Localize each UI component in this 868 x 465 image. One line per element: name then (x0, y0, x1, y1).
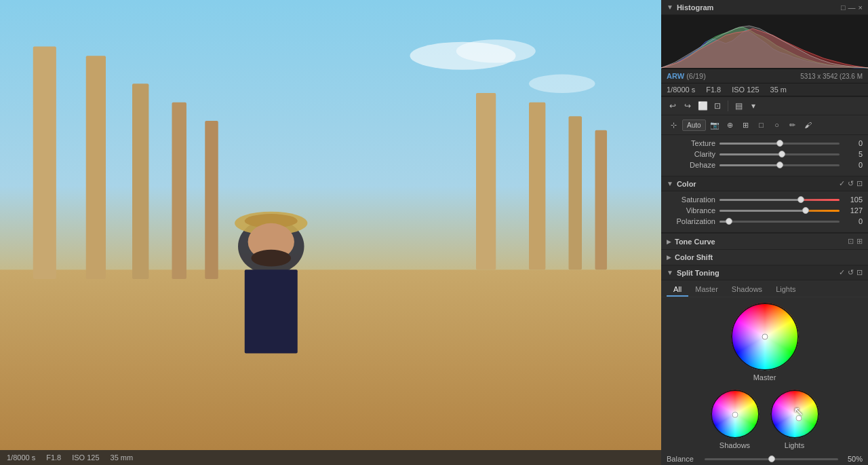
undo-icon[interactable]: ↩ (667, 100, 679, 112)
tone-curve-expand-icon[interactable]: ▶ (667, 238, 671, 245)
dehaze-value: 0 (844, 161, 863, 169)
lights-wheel-label: Lights (785, 441, 804, 449)
tool-circle[interactable]: ○ (770, 118, 784, 132)
color-section: ▼ Color ✓ ↺ ⊡ Saturation 105 Vibrance (661, 176, 868, 234)
color-title: Color (677, 180, 696, 188)
st-reset-icon[interactable]: ↺ (848, 268, 854, 277)
photo-area: 1/8000 s F1.8 ISO 125 35 mm (0, 0, 661, 465)
down-icon[interactable]: ▾ (747, 100, 760, 112)
color-copy-icon[interactable]: ⊡ (856, 179, 863, 188)
crop-icon[interactable]: ⊡ (711, 100, 724, 112)
shadows-color-wheel[interactable] (711, 390, 760, 439)
tab-lights[interactable]: Lights (769, 283, 802, 297)
color-expand-icon[interactable]: ▼ (667, 180, 673, 187)
color-header: ▼ Color ✓ ↺ ⊡ (661, 176, 868, 191)
shadows-wheel-label: Shadows (719, 441, 750, 449)
photo-icon[interactable]: ⬜ (696, 100, 709, 112)
histogram-icon-2[interactable]: — (848, 3, 856, 12)
svg-rect-1 (0, 269, 661, 465)
tone-curve-label: Tone Curve (675, 238, 715, 246)
balance-value: 50% (842, 455, 863, 463)
lights-wheel-item: ↖ Lights (770, 390, 819, 449)
saturation-track[interactable] (719, 199, 840, 201)
tool-pen[interactable]: ✏ (786, 118, 800, 132)
redo-icon[interactable]: ↪ (682, 100, 694, 112)
small-wheels-row: Shadows (661, 384, 868, 452)
toolbar-divider-1 (728, 100, 728, 111)
histogram-header: ▼ Histogram □ — × (661, 0, 868, 15)
histogram-section: ▼ Histogram □ — × (661, 0, 868, 97)
file-info: ARW (6/19) 5313 x 3542 (23.6 M (661, 69, 868, 83)
auto-button[interactable]: Auto (682, 119, 706, 131)
tab-shadows[interactable]: Shadows (725, 283, 769, 297)
tool-brush[interactable]: 🖌 (802, 118, 815, 132)
file-index: (6/19) (686, 72, 706, 80)
tone-curve-icon-1[interactable]: ⊡ (848, 237, 854, 246)
histogram-title: Histogram (677, 3, 713, 12)
lights-color-wheel[interactable]: ↖ (770, 390, 819, 439)
camera-aperture: F1.8 (706, 86, 721, 94)
svg-rect-12 (172, 103, 186, 279)
color-reset-icon[interactable]: ↺ (848, 179, 854, 188)
tool-square[interactable]: □ (755, 118, 768, 132)
vibrance-track[interactable] (719, 210, 840, 212)
clarity-row: Clarity 5 (667, 150, 863, 158)
split-toning-section: ▼ Split Toning ✓ ↺ ⊡ All Master Shadows … (661, 265, 868, 465)
svg-point-27 (732, 412, 738, 417)
tool-camera[interactable]: 📷 (708, 118, 722, 132)
split-toning-expand-icon[interactable]: ▼ (667, 269, 673, 276)
color-shift-label: Color Shift (675, 253, 713, 261)
filter-icon[interactable]: ▤ (732, 100, 745, 112)
balance-label: Balance (667, 455, 701, 463)
master-color-wheel[interactable] (731, 303, 799, 371)
clarity-track[interactable] (719, 153, 840, 155)
tool-cursor[interactable]: ⊹ (667, 118, 680, 132)
saturation-row: Saturation 105 (667, 196, 863, 204)
color-check-icon[interactable]: ✓ (839, 179, 845, 188)
tone-curve-row[interactable]: ▶ Tone Curve ⊡ ⊞ (661, 234, 868, 250)
tab-all[interactable]: All (667, 283, 688, 297)
polarization-track[interactable] (719, 221, 840, 223)
texture-clarity-dehaze: Texture 0 Clarity 5 Dehaze 0 (661, 135, 868, 176)
svg-rect-10 (86, 56, 106, 279)
color-shift-row[interactable]: ▶ Color Shift (661, 250, 868, 265)
tone-curve-icon-2[interactable]: ⊞ (856, 237, 863, 246)
master-wheel-label: Master (753, 373, 776, 382)
vibrance-row: Vibrance 127 (667, 206, 863, 215)
histogram-icon-3[interactable]: × (859, 3, 863, 12)
histogram-expand-icon[interactable]: ▼ (667, 3, 673, 11)
split-toning-tabs: All Master Shadows Lights (661, 280, 868, 297)
st-copy-icon[interactable]: ⊡ (856, 268, 863, 277)
right-panel: ▼ Histogram □ — × (661, 0, 868, 465)
split-toning-title: Split Toning (677, 269, 719, 277)
camera-extra: 35 m (770, 86, 787, 94)
histogram-icons: □ — × (841, 3, 863, 12)
svg-rect-9 (33, 47, 56, 280)
texture-track[interactable] (719, 143, 840, 145)
svg-point-30 (796, 415, 802, 421)
svg-point-4 (529, 75, 595, 93)
color-shift-expand-icon[interactable]: ▶ (667, 254, 671, 261)
photo-image (0, 0, 661, 465)
iso-value: ISO 125 (72, 453, 99, 462)
dehaze-track[interactable] (719, 164, 840, 166)
balance-track[interactable] (705, 458, 838, 460)
svg-rect-7 (569, 116, 583, 269)
file-dimensions: 5313 x 3542 (23.6 M (800, 73, 863, 80)
tone-curve-icons: ⊡ ⊞ (848, 237, 863, 246)
svg-point-19 (252, 250, 292, 267)
tool-crop[interactable]: ⊞ (739, 118, 753, 132)
split-toning-header: ▼ Split Toning ✓ ↺ ⊡ (661, 265, 868, 280)
clarity-value: 5 (844, 150, 863, 158)
st-check-icon[interactable]: ✓ (839, 268, 845, 277)
texture-row: Texture 0 (667, 139, 863, 147)
shadows-wheel-item: Shadows (711, 390, 760, 449)
camera-shutter: 1/8000 s (667, 86, 695, 94)
histogram-icon-1[interactable]: □ (841, 3, 846, 12)
svg-rect-11 (132, 83, 149, 279)
color-sliders: Saturation 105 Vibrance 127 Polarization (661, 191, 868, 233)
saturation-value: 105 (844, 196, 863, 204)
tool-target[interactable]: ⊕ (724, 118, 737, 132)
tab-master[interactable]: Master (688, 283, 725, 297)
dehaze-row: Dehaze 0 (667, 161, 863, 169)
